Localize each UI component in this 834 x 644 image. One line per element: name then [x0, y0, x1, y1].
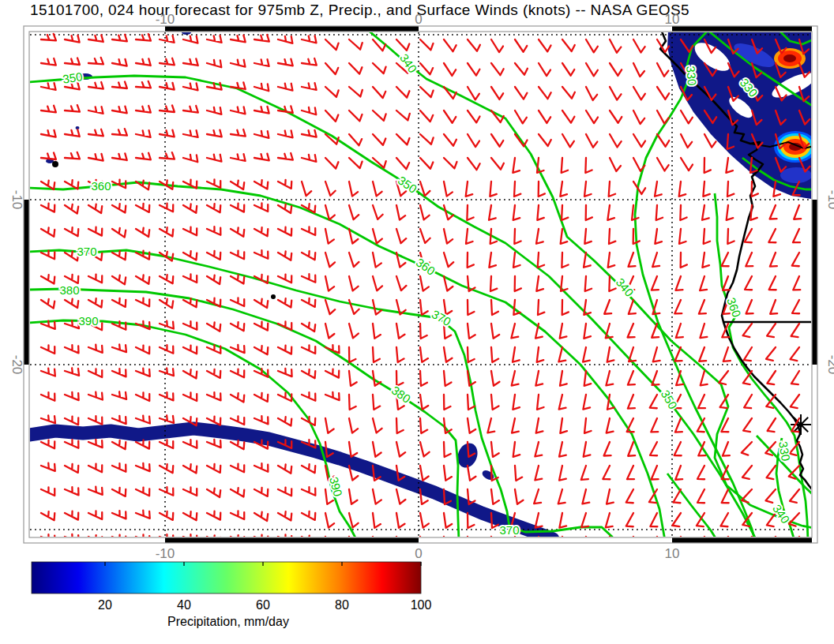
wind-barb: [136, 346, 149, 354]
lat-label-left: -20: [9, 355, 24, 375]
wind-barb: [468, 347, 475, 362]
wind-barb: [396, 418, 404, 433]
wind-barb: [558, 537, 565, 551]
wind-barb: [608, 253, 615, 268]
wind-barb: [766, 347, 776, 361]
wind-barb: [699, 347, 706, 361]
colorbar-tick-label: 100: [411, 598, 432, 612]
wind-barb: [586, 63, 598, 76]
wind-barb: [183, 227, 197, 236]
wind-barb: [65, 275, 78, 283]
wind-barb: [679, 182, 686, 197]
wind-barb: [65, 511, 78, 520]
wind-barb: [160, 487, 173, 495]
wind-barb: [420, 347, 428, 362]
wind-barb: [537, 205, 543, 220]
wind-barb: [65, 299, 78, 308]
wind-barb: [254, 180, 268, 189]
wind-barb: [560, 371, 567, 386]
wind-barb: [420, 300, 428, 315]
wind-barb: [349, 205, 359, 219]
wind-barb: [41, 83, 56, 90]
wind-barb: [325, 392, 340, 400]
wind-barb: [491, 324, 499, 339]
wind-barb: [88, 416, 102, 424]
wind-barb: [513, 395, 520, 410]
wind-barb: [420, 466, 429, 481]
wind-barb: [610, 87, 622, 100]
wind-barb: [794, 205, 801, 219]
wind-barb: [254, 299, 268, 308]
wind-barb: [609, 229, 615, 244]
wind-barb: [254, 463, 268, 471]
wind-barb: [88, 275, 102, 283]
wind-barb: [444, 39, 456, 51]
wind-barb: [183, 130, 198, 137]
wind-barb: [514, 182, 520, 197]
wind-barb: [41, 34, 56, 40]
wind-barb: [207, 179, 220, 188]
lon-label-bottom: -10: [156, 546, 175, 561]
wind-barb: [207, 489, 220, 497]
wind-barb: [675, 466, 682, 480]
wind-barb: [420, 39, 434, 50]
wind-barb: [88, 82, 103, 89]
wind-barb: [491, 300, 498, 315]
wind-barb: [231, 345, 245, 353]
wind-barb: [562, 134, 574, 147]
wind-barb: [136, 81, 151, 88]
lon-label-top: 10: [665, 12, 680, 27]
wind-barb: [536, 276, 543, 291]
wind-barb: [302, 83, 317, 90]
wind-barb: [88, 227, 102, 236]
wind-barb: [207, 464, 220, 473]
wind-barb: [207, 369, 220, 378]
wind-barb: [396, 229, 406, 243]
wind-barb: [41, 227, 54, 236]
contour-label: 370: [77, 245, 96, 258]
wind-barb: [207, 251, 220, 260]
wind-barb: [651, 418, 658, 432]
wind-barb: [112, 35, 127, 42]
wind-barb: [536, 229, 543, 244]
colorbar-tick-label: 60: [256, 598, 270, 612]
wind-barb: [703, 182, 709, 197]
wind-barb: [136, 416, 150, 424]
wind-barb: [604, 300, 611, 314]
wind-barb: [207, 275, 220, 284]
wind-barb: [302, 251, 315, 260]
wind-barb: [534, 537, 541, 551]
island: [271, 294, 276, 299]
wind-barb: [491, 395, 498, 410]
wind-barb: [302, 323, 315, 331]
wind-barb: [112, 251, 126, 260]
wind-barb: [767, 466, 776, 479]
colorbar-tick-label: 80: [335, 598, 349, 612]
wind-barb: [254, 346, 268, 354]
wind-barb: [513, 205, 520, 220]
wind-barb: [491, 63, 504, 75]
wind-barb: [112, 153, 127, 160]
wind-barb: [160, 464, 173, 473]
wind-barb: [112, 391, 126, 399]
wind-barb: [278, 298, 291, 307]
wind-barb: [559, 395, 566, 410]
wind-barb: [136, 392, 149, 401]
wind-barb: [278, 464, 291, 473]
wind-barb: [88, 154, 103, 161]
wind-barb: [468, 158, 480, 170]
contour-label: 390: [78, 314, 98, 328]
wind-barb: [373, 87, 385, 98]
wind-barb: [373, 253, 381, 268]
wind-barb: [512, 371, 519, 386]
wind-barb: [65, 417, 78, 425]
wind-barb: [559, 442, 566, 457]
wind-barb: [112, 228, 126, 238]
wind-barb: [420, 513, 429, 528]
wind-barb: [629, 347, 636, 361]
wind-barb: [727, 182, 734, 197]
wind-barb: [444, 371, 451, 386]
wind-barb: [697, 466, 704, 479]
wind-barb: [767, 371, 776, 384]
wind-barb: [562, 300, 569, 315]
